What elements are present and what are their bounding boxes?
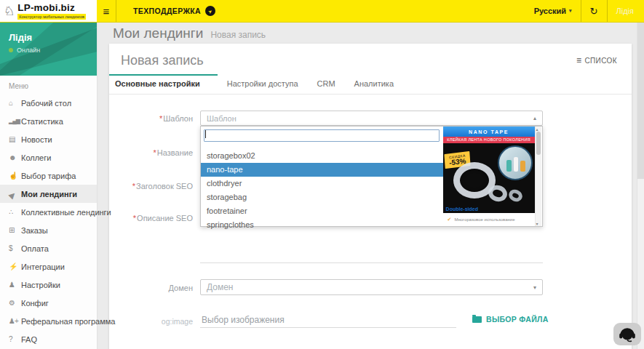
scroll-down-icon[interactable]: ▾ bbox=[536, 221, 538, 226]
sidebar-item-collective-landings[interactable]: ∴ Коллективные лендинги bbox=[0, 203, 97, 221]
preview-inset-photo bbox=[498, 145, 533, 180]
online-status-dot bbox=[9, 48, 13, 52]
tab-access-settings[interactable]: Настройки доступа bbox=[218, 74, 308, 94]
name-field-label: *Название bbox=[109, 148, 193, 157]
option-storagebag[interactable]: storagebag bbox=[201, 190, 443, 204]
tab-analytics[interactable]: Аналитика bbox=[345, 74, 403, 94]
sidebar-user-name: Лідія bbox=[9, 32, 88, 43]
option-springclothes[interactable]: springclothes bbox=[201, 218, 443, 232]
record-card: Новая запись ≡ СПИСОК Основные настройки… bbox=[109, 44, 632, 349]
sidebar-item-tariff[interactable]: ☝ Выбор тарифа bbox=[0, 167, 97, 185]
cart-icon: ⊞ bbox=[9, 226, 21, 234]
sidebar-item-settings[interactable]: ♟ Настройки bbox=[0, 276, 97, 294]
required-marker: * bbox=[159, 114, 162, 123]
template-field-label: *Шаблон bbox=[109, 114, 193, 123]
tab-label: CRM bbox=[317, 79, 335, 88]
choose-file-button[interactable]: ВЫБОР ФАЙЛА bbox=[472, 315, 549, 324]
user-icon: ♟ bbox=[9, 281, 21, 289]
folder-icon bbox=[472, 316, 482, 323]
seo-title-field-label: *Заголовок SEO bbox=[109, 182, 193, 190]
template-options-list: storagebox02 nano-tape clothdryer storag… bbox=[201, 149, 443, 232]
option-storagebox02[interactable]: storagebox02 bbox=[201, 149, 443, 163]
list-button[interactable]: ≡ СПИСОК bbox=[573, 53, 620, 68]
scroll-up-icon[interactable]: ▴ bbox=[536, 127, 538, 132]
topbar-user-menu[interactable]: Лідія bbox=[607, 0, 644, 22]
sidebar-item-integrations[interactable]: ⚡ Интеграции bbox=[0, 257, 97, 276]
main-content: Мои лендинги Новая запись Новая запись ≡… bbox=[98, 23, 644, 349]
plug-icon: ⚡ bbox=[9, 262, 21, 270]
sidebar-item-news[interactable]: ▤ Новости bbox=[0, 130, 97, 148]
tab-label: Настройки доступа bbox=[227, 79, 298, 88]
topbar: ♘ LP-mobi.biz Конструктор мобильных ленд… bbox=[0, 0, 644, 23]
logo-dog-icon: ♘ bbox=[4, 5, 15, 17]
sidebar-item-label: Выбор тарифа bbox=[21, 172, 76, 180]
tab-main-settings[interactable]: Основные настройки bbox=[109, 74, 218, 94]
template-select[interactable]: Шаблон ▴ bbox=[200, 111, 543, 126]
sidebar-item-label: Статистика bbox=[21, 117, 63, 126]
template-select-placeholder: Шаблон bbox=[207, 114, 533, 123]
sidebar-item-dashboard[interactable]: ⌂ Рабочий стол bbox=[0, 94, 97, 112]
logo-tagline: Конструктор мобильных лендингов bbox=[17, 14, 86, 20]
users-icon: ☻ bbox=[9, 153, 21, 161]
template-preview-image: NANO TAPE КЛЕЙКАЯ ЛЕНТА НОВОГО ПОКОЛЕНИЯ… bbox=[443, 127, 535, 226]
breadcrumb: Новая запись bbox=[210, 30, 266, 40]
og-image-input[interactable] bbox=[200, 313, 456, 328]
language-dropdown[interactable]: Русский ▾ bbox=[525, 0, 581, 22]
text-caret bbox=[205, 130, 206, 138]
preview-scrollbar-thumb[interactable] bbox=[536, 132, 541, 155]
sidebar-toggle-button[interactable]: ≡ bbox=[97, 0, 116, 22]
sidebar-item-faq[interactable]: ? FAQ bbox=[0, 330, 97, 348]
online-status-label: Онлайн bbox=[17, 47, 40, 54]
dollar-icon: $ bbox=[9, 244, 21, 252]
option-nano-tape[interactable]: nano-tape bbox=[201, 163, 443, 177]
logo-title: LP-mobi.biz bbox=[17, 3, 86, 13]
newspaper-icon: ▤ bbox=[9, 135, 21, 143]
bar-chart-icon: ▂▄▆ bbox=[9, 118, 21, 124]
preview-subtitle: КЛЕЙКАЯ ЛЕНТА НОВОГО ПОКОЛЕНИЯ bbox=[443, 137, 535, 143]
required-marker: * bbox=[154, 148, 156, 157]
question-icon: ? bbox=[9, 335, 21, 343]
sidebar-item-label: Коллективные лендинги bbox=[21, 208, 111, 217]
sidebar-item-my-landings[interactable]: ▶ Мои лендинги bbox=[0, 185, 97, 203]
sidebar-item-referral[interactable]: ♟+ Реферальная программа bbox=[0, 312, 97, 330]
option-footretainer[interactable]: footretainer bbox=[201, 204, 443, 218]
refresh-button[interactable]: ↻ bbox=[581, 0, 607, 22]
page-scrollbar-thumb[interactable] bbox=[637, 23, 644, 179]
check-icon: ✔ bbox=[448, 217, 452, 222]
preview-scrollbar[interactable]: ▴ ▾ bbox=[535, 127, 541, 226]
sidebar-item-payment[interactable]: $ Оплата bbox=[0, 239, 97, 257]
option-clothdryer[interactable]: clothdryer bbox=[201, 177, 443, 190]
sidebar-item-label: Настройки bbox=[21, 281, 60, 289]
sidebar-item-label: Новости bbox=[21, 135, 52, 144]
sidebar-item-label: Рабочий стол bbox=[21, 99, 71, 108]
hand-pointer-icon: ☝ bbox=[9, 172, 21, 180]
sidebar-item-label: Мои лендинги bbox=[21, 190, 77, 198]
sidebar-item-label: Реферальная программа bbox=[21, 317, 115, 326]
dashboard-icon: ⌂ bbox=[9, 99, 21, 107]
user-plus-icon: ♟+ bbox=[9, 317, 21, 325]
domain-select[interactable]: Домен ▾ bbox=[200, 279, 543, 295]
sidebar-item-label: Заказы bbox=[21, 226, 48, 235]
tech-support-button[interactable]: ТЕХПОДДЕРЖКА ➤ bbox=[133, 0, 215, 22]
tab-crm[interactable]: CRM bbox=[308, 74, 345, 94]
sidebar: Лідія Онлайн Меню ⌂ Рабочий стол ▂▄▆ Ста… bbox=[0, 23, 98, 349]
required-marker: * bbox=[132, 182, 135, 190]
page-scrollbar[interactable] bbox=[637, 23, 644, 349]
sidebar-user-panel: Лідія Онлайн bbox=[0, 23, 97, 76]
sidebar-item-config[interactable]: ⚙ Конфиг bbox=[0, 294, 97, 312]
tab-label: Аналитика bbox=[354, 79, 394, 88]
sidebar-item-statistics[interactable]: ▂▄▆ Статистика bbox=[0, 112, 97, 130]
template-dropdown-panel: storagebox02 nano-tape clothdryer storag… bbox=[200, 126, 543, 227]
template-search-input[interactable] bbox=[204, 129, 440, 142]
app-logo[interactable]: ♘ LP-mobi.biz Конструктор мобильных ленд… bbox=[0, 0, 97, 22]
domain-field-label: Домен bbox=[109, 284, 193, 292]
sidebar-item-label: Коллеги bbox=[21, 153, 51, 162]
sidebar-item-colleagues[interactable]: ☻ Коллеги bbox=[0, 148, 97, 167]
seo-description-field-label: *Описание SEO bbox=[109, 214, 193, 222]
sidebar-item-orders[interactable]: ⊞ Заказы bbox=[0, 221, 97, 239]
list-icon: ≡ bbox=[576, 55, 581, 65]
gears-icon: ⚙ bbox=[9, 299, 21, 307]
refresh-icon: ↻ bbox=[590, 6, 598, 17]
support-chat-widget[interactable] bbox=[613, 323, 641, 345]
preview-title: NANO TAPE bbox=[443, 127, 535, 137]
